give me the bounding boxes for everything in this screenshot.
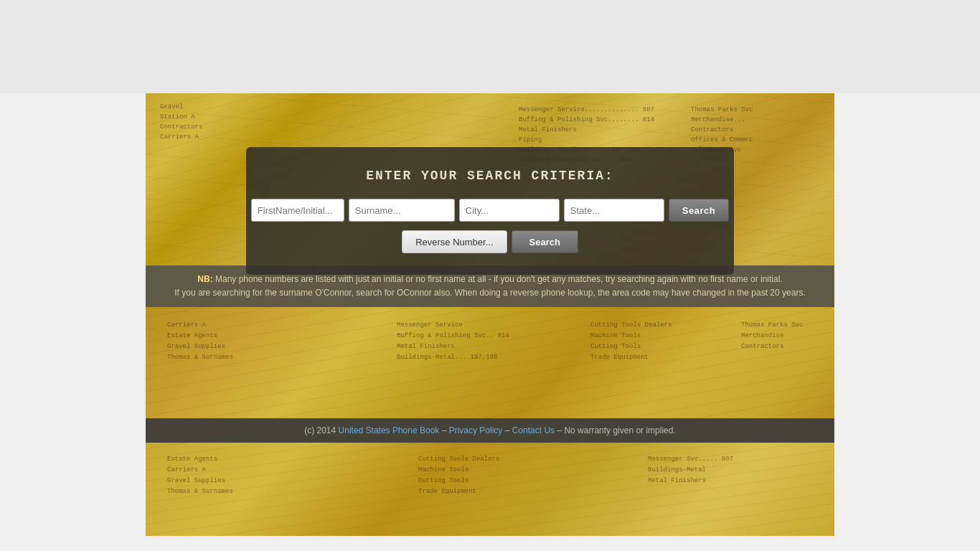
bg-bot-text-3: Gravel Supplies: [167, 477, 225, 484]
bg-text-9: Contractors: [691, 126, 733, 133]
bg-mid-text-9: Cutting Tools Dealers: [590, 321, 672, 329]
bg-text-15: Carriers A: [160, 133, 199, 141]
bg-mid-text-8: Buildings-Metal... 197,198: [397, 354, 497, 361]
bg-mid-text-4: Thomas & Surnames: [167, 354, 233, 361]
bg-middle: Carriers A Estate Agents Gravel Supplies…: [146, 307, 834, 418]
firstname-input[interactable]: [251, 199, 344, 222]
footer-link-phonebook[interactable]: United States Phone Book: [339, 425, 440, 435]
search-button-main[interactable]: Search: [669, 199, 729, 222]
bg-top-container: Messenger Service.............. 807 Buff…: [146, 93, 834, 265]
bg-text-12: Gravel: [160, 103, 183, 110]
notice-text2: If you are searching for the surname O'C…: [174, 288, 805, 298]
bg-bot-text-7: Cutting Tools: [418, 477, 468, 484]
search-button-secondary[interactable]: Search: [512, 230, 578, 253]
bg-bot-text-4: Thomas & Surnames: [167, 488, 233, 495]
bg-mid-text-3: Gravel Supplies: [167, 343, 225, 350]
notice-text1: Many phone numbers are listed with just …: [213, 274, 783, 284]
search-title: ENTER YOUR SEARCH CRITERIA:: [275, 169, 705, 183]
bg-mid-text-12: Trade Equipment: [590, 354, 649, 361]
footer-sep2: –: [502, 425, 512, 435]
bg-bot-text-6: Machine Tools: [418, 466, 468, 474]
inner-960: Messenger Service.............. 807 Buff…: [146, 93, 834, 536]
notice-prefix: NB:: [197, 274, 212, 284]
footer-suffix: – No warranty given or implied.: [555, 425, 676, 435]
bg-text-3: Metal Finishers: [519, 126, 577, 133]
bg-mid-text-13: Thomas Parks Svc: [741, 321, 803, 329]
city-input[interactable]: [459, 199, 560, 222]
bg-bottom: Estate Agents Carriers A Gravel Supplies…: [146, 443, 834, 536]
bg-mid-text-6: Buffing & Polishing Svc.. 814: [397, 332, 509, 339]
bg-text-13: Station A: [160, 113, 195, 121]
main-outer: Messenger Service.............. 807 Buff…: [0, 93, 980, 536]
footer-sep1: –: [439, 425, 448, 435]
bg-bot-text-2: Carriers A: [167, 466, 206, 474]
bg-text-7: Thomas Parks Svc: [691, 106, 753, 113]
bg-bot-text-9: Messenger Svc..... 807: [648, 456, 733, 463]
footer-link-privacy[interactable]: Privacy Policy: [449, 425, 503, 435]
reverse-number-button[interactable]: Reverse Number...: [402, 230, 507, 253]
state-input[interactable]: [564, 199, 664, 222]
bg-mid-text-7: Metal Finishers: [397, 343, 455, 350]
bg-bot-text-11: Metal Finishers: [648, 477, 706, 484]
surname-input[interactable]: [349, 199, 455, 222]
bg-text-10: Offices & Commrc: [691, 136, 753, 143]
bg-bot-text-10: Buildings-Metal: [648, 466, 706, 474]
bg-bot-text-8: Trade Equipment: [418, 488, 476, 495]
footer-copyright: (c) 2014: [304, 425, 338, 435]
footer-link-contact[interactable]: Contact Us: [512, 425, 555, 435]
bg-mid-text-15: Contractors: [741, 343, 783, 350]
bg-mid-text-2: Estate Agents: [167, 332, 217, 339]
bg-text-1: Messenger Service.............. 807: [519, 106, 654, 113]
bg-mid-text-5: Messenger Service: [397, 321, 463, 329]
bg-text-8: Merchandise...: [691, 116, 745, 123]
bg-bot-text-5: Cutting Tools Dealers: [418, 456, 499, 463]
search-row-2: Reverse Number... Search: [275, 230, 705, 253]
footer-bar: (c) 2014 United States Phone Book – Priv…: [146, 418, 834, 443]
bg-text-2: Buffing & Polishing Svc........ 814: [519, 116, 654, 123]
top-bar: [0, 0, 980, 93]
bg-mid-text-11: Cutting Tools: [590, 343, 641, 350]
bg-mid-text-14: Merchandise: [741, 332, 783, 339]
bg-mid-text-10: Machine Tools: [590, 332, 641, 339]
search-panel: ENTER YOUR SEARCH CRITERIA: Search Rever…: [246, 147, 734, 275]
search-row-1: Search: [275, 199, 705, 222]
bg-text-4: Piping: [519, 136, 542, 143]
bg-bot-text-1: Estate Agents: [167, 456, 217, 463]
bg-text-14: Contractors: [160, 123, 202, 131]
bg-mid-text-1: Carriers A: [167, 321, 206, 329]
